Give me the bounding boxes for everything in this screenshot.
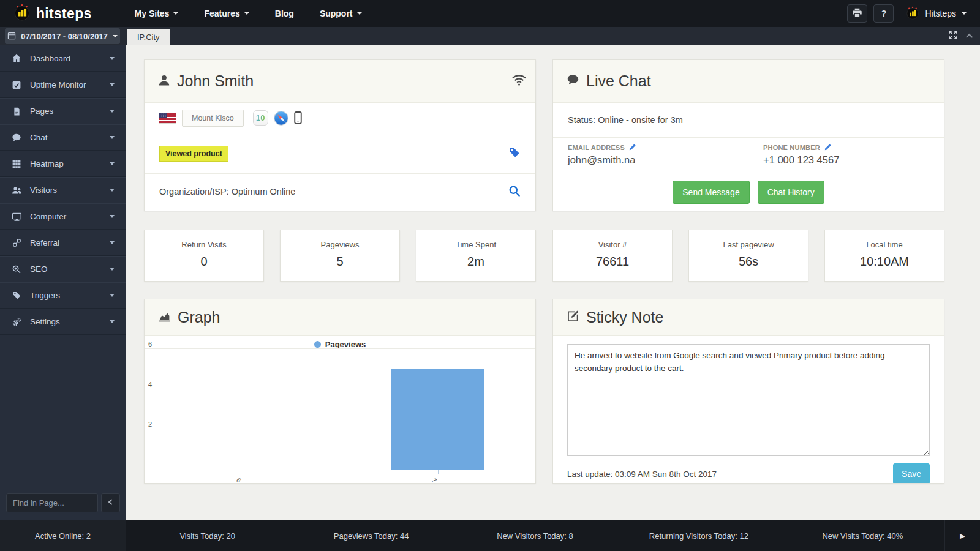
sidebar-item-pages[interactable]: Pages [0,98,126,124]
sidebar-item-computer[interactable]: Computer [0,203,126,230]
stat-pageviews: Pageviews5 [280,230,400,282]
sidebar-item-visitors[interactable]: Visitors [0,177,126,203]
caret-down-icon [244,12,249,15]
us-flag-icon [159,113,176,123]
edit-pencil-icon[interactable] [824,143,832,152]
menu-features[interactable]: Features [204,9,249,18]
sidebar-item-uptime-monitor[interactable]: Uptime Monitor [0,72,126,98]
tab-ip-city[interactable]: IP.City [127,29,170,45]
collapse-chevron-icon[interactable] [966,34,973,40]
phone-value: +1 000 123 4567 [763,154,929,166]
sidebar-item-settings[interactable]: Settings [0,309,126,335]
status-footer: Active Online: 2 Visits Today: 20 Pagevi… [0,520,980,551]
users-icon [11,186,22,195]
grid-icon [11,159,22,169]
caret-down-icon [110,136,115,139]
file-icon [11,107,22,116]
graph-card: Graph Pageviews 246 6. Oct7. Oct [144,299,536,484]
connection-status[interactable] [502,60,535,102]
caret-down-icon [110,241,115,244]
live-chat-card: Live Chat Status: Online - onsite for 3m… [552,59,944,211]
print-button[interactable] [847,4,867,23]
sticky-note-title: Sticky Note [586,309,663,326]
tag-icon [11,291,22,300]
footer-new-visitors-today: New Visitors Today: 8 [453,520,617,551]
chart-x-tickmark [438,470,439,474]
top-navbar: hitsteps My Sites Features Blog Support … [0,0,980,27]
send-message-button[interactable]: Send Message [673,181,749,204]
visitor-name: John Smith [177,72,254,90]
menu-my-sites[interactable]: My Sites [135,9,179,18]
location-button[interactable]: Mount Kisco [182,110,244,127]
mobile-device-icon [294,111,302,124]
date-range-label: 07/10/2017 - 08/10/2017 [21,32,108,41]
chart-gridline [145,348,535,349]
caret-down-icon [110,110,115,113]
footer-active-online: Active Online: 2 [0,520,126,551]
main-menu: My Sites Features Blog Support [135,9,362,18]
sticky-note-header: Sticky Note [553,299,944,336]
area-chart-icon [158,310,171,325]
caret-down-icon [110,189,115,192]
footer-expand-arrow[interactable]: ▶ [944,520,980,551]
caret-down-icon [110,320,115,323]
sidebar-item-seo[interactable]: SEO [0,256,126,282]
brand-logo[interactable]: hitsteps [13,4,92,23]
chart-legend: Pageviews [145,340,535,349]
visitor-card-header: John Smith [145,60,535,103]
stats-row: Return Visits0 Pageviews5 Time Spent2m V… [144,230,963,282]
legend-dot-icon [314,341,321,348]
sidebar-item-referral[interactable]: Referral [0,230,126,256]
chat-bubble-icon [11,133,22,143]
caret-down-icon [110,215,115,218]
last-update-label: Last update: 03:09 AM Sun 8th Oct 2017 [567,470,717,479]
sidebar-item-dashboard[interactable]: Dashboard [0,45,126,72]
date-range-picker[interactable]: 07/10/2017 - 08/10/2017 [5,28,120,44]
save-note-button[interactable]: Save [893,463,930,484]
search-icon[interactable] [508,185,521,199]
tab-strip: 07/10/2017 - 08/10/2017 IP.City [0,27,980,45]
edit-pencil-icon[interactable] [629,143,636,152]
menu-blog[interactable]: Blog [275,9,294,18]
caret-down-icon [110,294,115,297]
chart-y-tick-label: 6 [148,340,152,348]
tags-icon[interactable] [508,146,521,161]
sticky-note-textarea[interactable]: He arrived to website from Google search… [567,344,930,456]
sticky-note-card: Sticky Note He arrived to website from G… [552,299,944,484]
help-button[interactable]: ? [873,4,894,23]
stat-last-pageview: Last pageview56s [688,230,809,282]
navbar-right: ? Hitsteps [847,4,967,23]
gears-icon [11,317,22,327]
caret-down-icon [110,268,115,271]
account-menu[interactable]: Hitsteps [906,6,967,21]
chat-history-button[interactable]: Chat History [758,181,824,204]
live-chat-title: Live Chat [586,72,651,90]
caret-down-icon [110,162,115,165]
fullscreen-icon[interactable] [948,30,958,42]
account-avatar [906,6,919,21]
chat-status: Status: Online - onsite for 3m [553,103,944,138]
home-icon [11,53,22,63]
sidebar-item-triggers[interactable]: Triggers [0,282,126,309]
footer-pageviews-today: Pageviews Today: 44 [289,520,453,551]
caret-down-icon [113,35,118,37]
email-value: john@smith.na [568,154,733,166]
menu-support[interactable]: Support [320,9,362,18]
footer-returning-visitors-today: Returning Visitors Today: 12 [617,520,780,551]
sidebar-item-heatmap[interactable]: Heatmap [0,151,126,177]
organization-label: Organization/ISP: Optimum Online [159,187,295,197]
chart-x-axis: 6. Oct7. Oct [145,470,535,484]
stat-return-visits: Return Visits0 [144,230,264,282]
footer-visits-today: Visits Today: 20 [126,520,289,551]
find-in-page-input[interactable] [6,493,98,512]
main-content: John Smith Mount Kisco 10 Vi [126,45,980,520]
sidebar-item-chat[interactable]: Chat [0,124,126,151]
phone-block: PHONE NUMBER +1 000 123 4567 [748,138,944,173]
chat-actions: Send Message Chat History [553,173,944,211]
chart-x-tick-label: 7. Oct [430,476,448,484]
caret-down-icon [110,57,115,60]
collapse-sidebar-button[interactable] [101,493,120,512]
monitor-icon [11,212,22,222]
live-chat-header: Live Chat [553,60,944,103]
account-label: Hitsteps [925,9,956,18]
